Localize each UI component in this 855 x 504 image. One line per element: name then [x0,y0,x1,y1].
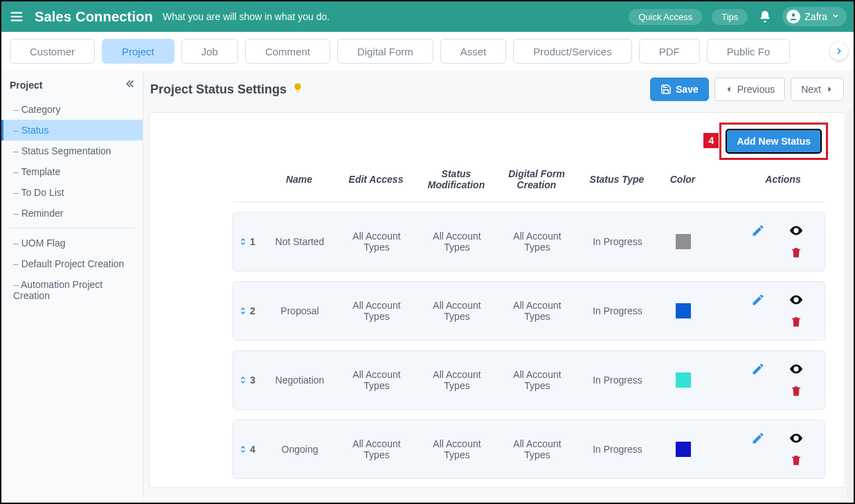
edit-icon[interactable] [739,361,777,377]
row-digital-form: All Account Types [499,231,575,253]
sidebar-item-status-segmentation[interactable]: Status Segmentation [1,141,143,161]
row-edit-access: All Account Types [339,438,415,460]
tab-asset[interactable]: Asset [440,39,507,64]
row-edit-access: All Account Types [339,369,415,391]
delete-icon[interactable] [777,245,815,260]
row-actions [739,223,815,260]
row-status-mod: All Account Types [419,231,495,253]
row-name: Ongoing [265,444,334,455]
edit-icon[interactable] [739,431,777,446]
hint-icon[interactable] [292,82,303,96]
col-edit-access: Edit Access [338,174,414,185]
row-actions [739,292,815,330]
sidebar-item-default-project-creation[interactable]: Default Project Creation [1,253,143,274]
row-name: Proposal [265,305,334,316]
add-new-status-button[interactable]: Add New Status [726,129,822,154]
table-row: 2 Proposal All Account Types All Account… [233,281,825,341]
sidebar-group-2: UOM FlagDefault Project CreationAutomati… [1,233,143,306]
row-actions [739,361,815,399]
row-digital-form: All Account Types [499,369,575,391]
col-status-type: Status Type [579,174,655,185]
user-name: Zafra [804,11,827,22]
notifications-icon[interactable] [757,9,773,24]
row-sort-handle[interactable]: 2 [233,305,261,316]
user-menu[interactable]: Zafra [782,7,847,26]
delete-icon[interactable] [777,314,815,330]
tab-comment[interactable]: Comment [245,39,330,64]
edit-icon[interactable] [739,292,777,307]
view-icon[interactable] [777,223,815,238]
row-color [660,442,707,457]
row-sort-handle[interactable]: 1 [233,236,261,247]
row-name: Negotiation [265,375,334,386]
view-icon[interactable] [777,431,815,446]
menu-icon[interactable] [8,8,25,25]
sidebar-title: Project [10,80,42,91]
table-row: 3 Negotiation All Account Types All Acco… [233,350,825,410]
col-status-mod: Status Modification [418,168,494,190]
sidebar: Project CategoryStatusStatus Segmentatio… [1,71,143,503]
previous-button[interactable]: Previous [714,78,785,101]
save-button[interactable]: Save [650,78,709,101]
sidebar-item-status[interactable]: Status [1,120,143,141]
quick-access-button[interactable]: Quick Access [629,9,702,25]
row-name: Not Started [265,236,334,247]
col-digital-form: Digital Form Creation [498,168,575,190]
row-digital-form: All Account Types [499,438,575,460]
tab-strip: CustomerProjectJobCommentDigital FormAss… [1,32,854,71]
tab-job[interactable]: Job [181,39,238,64]
view-icon[interactable] [777,292,815,307]
svg-point-6 [795,229,798,232]
row-sort-handle[interactable]: 3 [233,375,261,386]
content-area: Project Status Settings Save Previous Ne… [143,71,854,503]
sidebar-item-uom-flag[interactable]: UOM Flag [1,233,143,253]
tabs-scroll-right[interactable] [830,42,848,60]
sidebar-item-template[interactable]: Template [1,161,143,182]
delete-icon[interactable] [777,384,815,399]
row-color [660,303,707,318]
next-button[interactable]: Next [791,78,844,101]
row-index: 4 [250,444,255,455]
sidebar-collapse-icon[interactable] [123,78,136,92]
tab-digital-form[interactable]: Digital Form [337,39,433,64]
save-label: Save [676,84,699,95]
col-actions: Actions [710,174,854,185]
tagline: What you are will show in what you do. [163,11,330,22]
sidebar-divider [10,228,134,228]
svg-point-3 [792,13,795,17]
tab-pdf[interactable]: PDF [639,39,700,64]
edit-icon[interactable] [739,223,777,238]
sidebar-item-reminder[interactable]: Reminder [1,203,143,224]
sidebar-item-automation-project-creation[interactable]: Automation Project Creation [1,274,143,306]
sidebar-item-to-do-list[interactable]: To Do List [1,182,143,203]
row-actions [739,431,815,468]
row-index: 1 [250,236,255,247]
previous-label: Previous [737,84,775,95]
view-icon[interactable] [777,361,815,377]
row-status-mod: All Account Types [419,438,495,460]
brand-title: Sales Connection [35,9,153,25]
row-status-type: In Progress [579,236,656,247]
table-row: 1 Not Started All Account Types All Acco… [233,212,825,271]
row-edit-access: All Account Types [339,231,415,253]
sidebar-group-1: CategoryStatusStatus SegmentationTemplat… [1,99,143,224]
row-index: 2 [250,305,255,316]
chevron-down-icon [831,11,840,22]
sidebar-item-category[interactable]: Category [1,99,143,120]
delete-icon[interactable] [777,453,815,468]
page-title: Project Status Settings [150,82,287,97]
tips-button[interactable]: Tips [712,9,748,25]
row-sort-handle[interactable]: 4 [233,444,261,455]
scrollbar[interactable] [847,109,852,500]
table-row: 4 Ongoing All Account Types All Account … [233,420,825,479]
row-status-mod: All Account Types [419,300,495,322]
tab-customer[interactable]: Customer [10,39,95,64]
status-table: Name Edit Access Status Modification Dig… [233,165,825,479]
row-index: 3 [250,375,255,386]
row-digital-form: All Account Types [499,300,575,322]
tab-public-fo[interactable]: Public Fo [707,39,791,64]
tab-project[interactable]: Project [102,39,174,64]
col-name: Name [264,174,334,185]
tab-product-services[interactable]: Product/Services [513,39,631,64]
settings-sheet: 4 Add New Status Name Edit Access Status… [149,112,845,488]
